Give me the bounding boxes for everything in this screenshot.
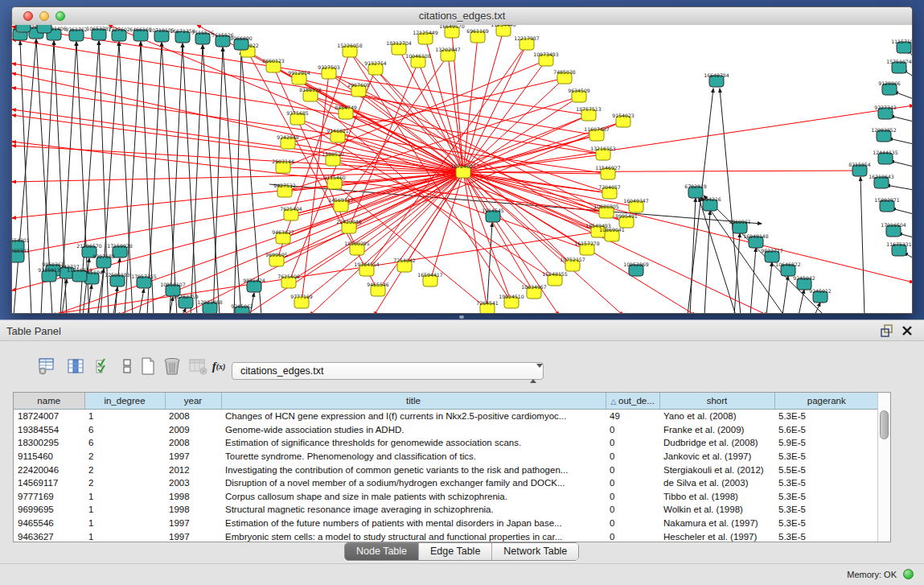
graph-node[interactable]: 7515526 — [191, 30, 214, 44]
cell-short[interactable]: Hescheler et al. (1997) — [659, 529, 774, 542]
graph-node[interactable]: 10646822 — [775, 262, 801, 276]
cell-name[interactable]: 9465546 — [14, 517, 84, 530]
cell-pagerank[interactable]: 5.9E-5 — [774, 436, 879, 450]
cell-out_degree[interactable]: 0 — [606, 463, 659, 476]
resize-grip[interactable] — [12, 25, 23, 36]
cell-year[interactable]: 1998 — [165, 490, 221, 504]
cell-short[interactable]: Dudbridge et al. (2008) — [659, 436, 774, 450]
graph-node[interactable]: 9822717 — [761, 248, 783, 262]
cell-year[interactable]: 1997 — [165, 517, 221, 530]
cell-in_degree[interactable]: 1 — [84, 517, 165, 530]
delete-table-icon[interactable] — [162, 356, 182, 376]
column-header-name[interactable]: name — [14, 393, 84, 410]
cell-in_degree[interactable]: 6 — [84, 436, 165, 450]
cell-name[interactable]: 9699695 — [14, 503, 84, 517]
graph-node[interactable]: 9634509 — [568, 88, 590, 102]
graph-node[interactable]: 9397588 — [92, 253, 115, 268]
cell-title[interactable]: Tourette syndrome. Phenomenology and cla… — [221, 450, 606, 463]
table-row[interactable]: 946554611997Estimation of the future num… — [14, 517, 879, 530]
cell-title[interactable]: Estimation of significance thresholds fo… — [221, 436, 606, 450]
cell-out_degree[interactable]: 0 — [606, 529, 659, 542]
cell-out_degree[interactable]: 0 — [606, 517, 659, 530]
cell-in_degree[interactable]: 2 — [84, 463, 165, 476]
table-row[interactable]: 1872400712008Changes of HCN gene express… — [14, 410, 879, 423]
cell-pagerank[interactable]: 5.3E-5 — [774, 503, 879, 517]
cell-name[interactable]: 14569117 — [14, 476, 84, 490]
tab-edge-table[interactable]: Edge Table — [419, 543, 492, 560]
cell-title[interactable]: Estimation of the future numbers of pati… — [221, 517, 606, 530]
cell-name[interactable]: 22420046 — [14, 463, 84, 476]
network-window-titlebar[interactable]: citations_edges.txt — [12, 7, 912, 26]
new-table-icon[interactable] — [138, 356, 158, 376]
cell-pagerank[interactable]: 5.3E-5 — [774, 476, 879, 490]
cell-pagerank[interactable]: 5.3E-5 — [774, 450, 879, 463]
cell-name[interactable]: 9777169 — [14, 490, 84, 504]
cell-short[interactable]: Stergiakouli et al. (2012) — [659, 463, 774, 476]
table-row[interactable]: 1830029562008Estimation of significance … — [14, 436, 879, 450]
column-header-title[interactable]: title — [221, 393, 606, 410]
cell-in_degree[interactable]: 2 — [84, 476, 165, 490]
cell-short[interactable]: Nakamura et al. (1997) — [659, 517, 774, 530]
cell-short[interactable]: Tibbo et al. (1998) — [659, 490, 774, 504]
graph-node[interactable]: 7204057 — [598, 184, 621, 199]
cell-in_degree[interactable]: 6 — [84, 423, 165, 437]
cell-pagerank[interactable]: 5.3E-5 — [774, 410, 879, 423]
graph-node[interactable]: 1588520 — [322, 151, 344, 166]
cell-out_degree[interactable]: 0 — [606, 423, 659, 437]
cell-title[interactable]: Changes of HCN gene expression and I(f) … — [221, 410, 606, 423]
graph-node[interactable]: 9375685 — [286, 110, 309, 125]
graph-node[interactable]: 17957255 — [131, 274, 157, 288]
cell-in_degree[interactable]: 2 — [84, 450, 165, 463]
function-builder-icon[interactable]: f(x) — [209, 356, 228, 376]
cell-title[interactable]: Investigating the contribution of common… — [221, 463, 606, 476]
table-row[interactable]: 1938455462009Genome-wide association stu… — [14, 423, 879, 437]
graph-node[interactable]: 16782759 — [173, 294, 199, 308]
graph-node[interactable]: 1327602 — [108, 27, 130, 41]
scrollbar-thumb[interactable] — [880, 410, 889, 439]
cell-year[interactable]: 2012 — [165, 463, 221, 476]
cell-year[interactable]: 2003 — [165, 476, 221, 490]
table-row[interactable]: 977716911998Corpus callosum shape and si… — [14, 490, 879, 504]
cell-out_degree[interactable]: 0 — [606, 490, 659, 504]
cell-title[interactable]: Disruption of a novel member of a sodium… — [221, 476, 606, 490]
cell-short[interactable]: Franke et al. (2009) — [659, 423, 774, 437]
graph-node[interactable]: 2603144 — [272, 159, 294, 173]
table-settings-icon[interactable] — [37, 356, 56, 376]
graph-node[interactable]: 12125449 — [413, 30, 438, 44]
graph-node[interactable]: 7485038 — [553, 69, 576, 84]
graph-node[interactable]: 9146821 — [326, 128, 349, 142]
graph-node[interactable]: 12217987 — [514, 35, 540, 50]
cell-out_degree[interactable]: 0 — [606, 436, 659, 450]
graph-node[interactable]: 7625406 — [277, 274, 300, 288]
cell-name[interactable]: 18724007 — [14, 410, 84, 423]
graph-node[interactable]: 16649570 — [439, 25, 465, 38]
graph-node[interactable]: 12260341 — [12, 248, 30, 262]
graph-node[interactable]: 19924510 — [499, 294, 524, 308]
graph-node[interactable]: 13202947 — [435, 47, 461, 61]
graph-node[interactable]: 16648784 — [704, 72, 729, 87]
cell-out_degree[interactable]: 0 — [606, 450, 659, 463]
cell-year[interactable]: 2008 — [165, 410, 221, 423]
graph-node[interactable]: 9699695 — [265, 252, 288, 266]
cell-year[interactable]: 2009 — [165, 423, 221, 437]
graph-node[interactable]: 16594417 — [417, 272, 443, 286]
cell-pagerank[interactable]: 5.3E-5 — [774, 529, 879, 542]
graph-node[interactable]: 11254440 — [491, 25, 516, 36]
column-header-out-degree[interactable]: △out_de... — [606, 393, 659, 410]
graph-node[interactable]: 16157278 — [574, 241, 600, 255]
close-panel-icon[interactable] — [901, 324, 913, 337]
cell-title[interactable]: Embryonic stem cells: a model to study s… — [221, 529, 606, 542]
cell-short[interactable]: de Silva et al. (2003) — [659, 476, 774, 490]
network-canvas[interactable]: 1872400715226058932750381863289375685924… — [12, 25, 912, 313]
graph-node[interactable]: 11675331 — [886, 241, 912, 256]
cell-in_degree[interactable]: 1 — [84, 529, 165, 542]
cell-title[interactable]: Structural magnetic resonance image aver… — [221, 503, 606, 517]
graph-node[interactable]: 11157103 — [891, 39, 912, 53]
graph-node[interactable]: 1914545 — [482, 208, 504, 222]
citation-graph[interactable]: 1872400715226058932750381863289375685924… — [12, 25, 912, 313]
table-row[interactable]: 2242004622012Investigating the contribut… — [14, 463, 879, 476]
cell-name[interactable]: 19384554 — [14, 423, 84, 437]
float-panel-icon[interactable] — [881, 324, 893, 337]
cell-name[interactable]: 9463627 — [14, 529, 84, 542]
table-row[interactable]: 1456911722003Disruption of a novel membe… — [14, 476, 879, 490]
